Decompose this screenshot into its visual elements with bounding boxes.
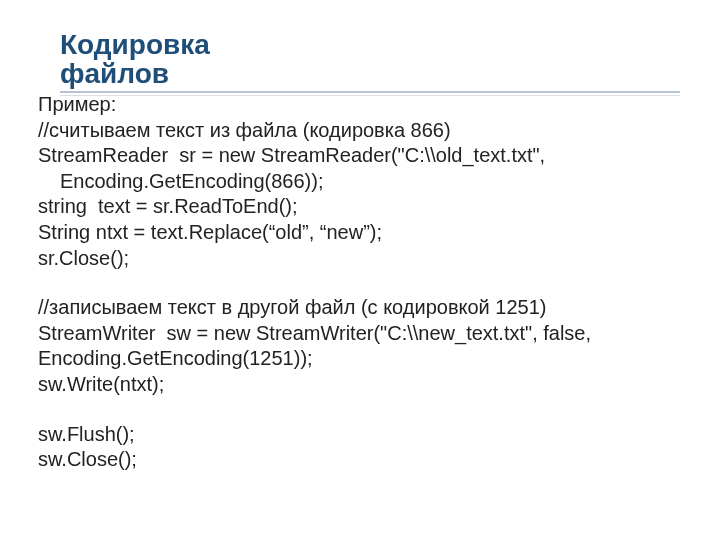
blank-line [38, 271, 680, 295]
slide-title-wrap: Кодировка файлов [60, 30, 680, 93]
slide-title: Кодировка файлов [60, 30, 680, 89]
title-line-1: Кодировка [60, 29, 210, 60]
code-line: sr.Close(); [38, 246, 680, 272]
code-line: String ntxt = text.Replace(“old”, “new”)… [38, 220, 680, 246]
code-line: sw.Flush(); [38, 422, 680, 448]
code-line: StreamWriter sw = new StreamWriter("C:\\… [38, 321, 680, 347]
code-line: StreamReader sr = new StreamReader("C:\\… [38, 143, 680, 169]
code-line: Encoding.GetEncoding(866)); [38, 169, 680, 195]
code-line: sw.Write(ntxt); [38, 372, 680, 398]
blank-line [38, 398, 680, 422]
slide-body: Пример: //считываем текст из файла (коди… [38, 92, 680, 473]
code-line: //считываем текст из файла (кодировка 86… [38, 118, 680, 144]
code-line: //записываем текст в другой файл (с коди… [38, 295, 680, 321]
title-line-2: файлов [60, 58, 169, 89]
code-line: string text = sr.ReadToEnd(); [38, 194, 680, 220]
code-line: Пример: [38, 92, 680, 118]
code-line: Encoding.GetEncoding(1251)); [38, 346, 680, 372]
code-line: sw.Close(); [38, 447, 680, 473]
